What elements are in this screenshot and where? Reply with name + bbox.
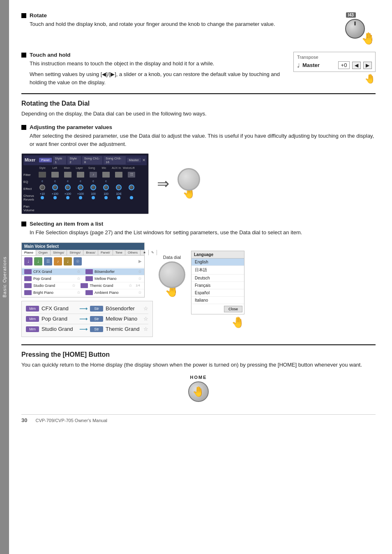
- mixer-ch-voice: WolceLift: [123, 166, 134, 169]
- touch-hold-body1: This instruction means to touch the obje…: [30, 60, 285, 68]
- mixer-ch-aux: AUX In: [111, 166, 122, 169]
- mixer-title-text: Mixer: [25, 158, 35, 162]
- touch-hold-image-col: Transpose ♩ Master +0 ◀ ▶ 🤚: [293, 52, 376, 84]
- file-star-8[interactable]: ☆: [138, 290, 142, 295]
- voice-name-cfx: CFX Grand: [42, 305, 77, 312]
- adjusting-body: After selecting the desired parameter, u…: [30, 132, 376, 148]
- mixer-tab-style1[interactable]: Style 1: [53, 156, 67, 164]
- mixer-circle-8: [129, 185, 134, 190]
- mixer-c8: [126, 180, 137, 182]
- file-tab-panel[interactable]: Panel/: [98, 250, 113, 255]
- file-tab-organ[interactable]: Organ: [36, 250, 51, 255]
- badge-cfx: [24, 269, 32, 274]
- rotate-image-col: l43 🤚: [334, 12, 376, 45]
- file-tab-others[interactable]: Others: [125, 250, 141, 255]
- mixer-tab-panel[interactable]: Panel: [39, 158, 51, 162]
- file-tab-strings[interactable]: Strings/: [51, 250, 67, 255]
- file-list-row-3[interactable]: Studio Grand ☆ Themic Grand ☆ 1/4: [22, 282, 144, 289]
- mixer-val-5: 100: [88, 192, 99, 195]
- lang-item-deutsch[interactable]: Deutsch: [191, 275, 244, 282]
- touch-hold-with-image: Touch and hold This instruction means to…: [21, 52, 376, 87]
- lang-group: Language English 日本語 Deutsch Français Es…: [191, 251, 244, 329]
- pressing-home-desc: You can quickly return to the Home displ…: [21, 361, 376, 369]
- mixer-label-chorus: ChorusReverb: [23, 194, 36, 201]
- page-wrapper: Basic Operations Rotate Touch and hold t…: [0, 0, 392, 554]
- mixer-knob-3: [62, 183, 74, 192]
- lang-item-english[interactable]: English: [191, 259, 244, 266]
- data-dial-big: [178, 168, 200, 191]
- voice-badge-3: Mrn: [26, 326, 39, 332]
- lang-item-japanese[interactable]: 日本語: [191, 266, 244, 275]
- file-list-row-2[interactable]: Pop Grand ☆ Mellow Piano ☆: [22, 275, 144, 282]
- file-icon-6: ☉: [74, 257, 82, 265]
- mixer-tab-style2[interactable]: Style 2: [67, 156, 81, 164]
- file-tab-star[interactable]: ★: [141, 250, 149, 255]
- file-tab-tone[interactable]: Tone: [113, 250, 125, 255]
- file-star-7[interactable]: ☆: [77, 290, 81, 295]
- voice-star-1[interactable]: ☆: [143, 305, 148, 312]
- voice-badge-2: Mrn: [26, 316, 39, 322]
- touch-hold-hand-icon: 🤚: [364, 74, 376, 84]
- rotate-num-badge: l43: [346, 12, 356, 18]
- file-star-6[interactable]: ☆: [129, 283, 132, 288]
- voice-star-3[interactable]: ☆: [143, 326, 148, 332]
- file-tab-brass[interactable]: Brass/: [83, 250, 98, 255]
- sidebar-label: Basic Operations: [2, 256, 7, 298]
- mixer-val-6: 100: [100, 192, 112, 195]
- rotate-bullet: [21, 13, 26, 18]
- dot4: [79, 196, 82, 199]
- mixer-icon-8: ☷: [126, 171, 137, 179]
- mixer-channels: Style Left Main Layer Song Mic AUX In Wo…: [37, 166, 147, 212]
- mixer-knob-7: [113, 183, 125, 192]
- lang-item-francais[interactable]: Français: [191, 282, 244, 289]
- mixer-knob-6: [100, 183, 112, 192]
- mixer-tab-song-ch1[interactable]: Song Ch1-8: [82, 156, 102, 164]
- badge-bright: [24, 290, 32, 295]
- selecting-header: Selecting an item from a list: [21, 221, 376, 227]
- voice-row-1: Mrn CFX Grand ⟶ Str Bösendorfer ☆: [26, 304, 148, 314]
- lang-close-button[interactable]: Close: [224, 306, 242, 312]
- voice-name-pop: Pop Grand: [42, 316, 77, 322]
- file-star-4[interactable]: ☆: [138, 276, 142, 281]
- file-tab-edit[interactable]: ✎: [149, 250, 157, 255]
- file-name-ambient: Ambient Piano: [95, 291, 136, 295]
- file-tab-piano[interactable]: Piano: [22, 250, 36, 255]
- transpose-arrow-right[interactable]: ▶: [363, 62, 372, 69]
- mixer-dot-8: [126, 196, 137, 199]
- lang-item-espanol[interactable]: Español: [191, 289, 244, 297]
- file-star-2[interactable]: ☆: [138, 269, 142, 274]
- mixer-knob-4: [75, 183, 86, 192]
- rotate-hand-icon: 🤚: [361, 32, 376, 45]
- file-select-tabs: Piano Organ Strings/ Strings/ Brass/ Pan…: [22, 250, 144, 256]
- file-tab-strings2[interactable]: Strings/: [67, 250, 83, 255]
- mixer-circle-5: [90, 185, 96, 190]
- rotating-data-dial-title: Rotating the Data Dial: [21, 100, 376, 107]
- file-star-1[interactable]: ☆: [77, 269, 81, 274]
- rotate-with-image: Rotate Touch and hold the display knob, …: [21, 12, 376, 45]
- rotate-body: Touch and hold the display knob, and rot…: [30, 20, 326, 28]
- language-list-mockup: Language English 日本語 Deutsch Français Es…: [191, 251, 244, 314]
- mixer-close-icon[interactable]: ✕: [142, 158, 145, 162]
- mixer-tab-song-ch9[interactable]: Song Ch9-16: [104, 156, 125, 164]
- mixer-circle-7: [116, 185, 122, 190]
- voice-badge-1: Mrn: [26, 306, 39, 312]
- file-star-5[interactable]: ☆: [72, 283, 76, 288]
- file-list-row-4[interactable]: Bright Piano ☆ Ambient Piano ☆: [22, 289, 144, 296]
- file-star-3[interactable]: ☆: [77, 276, 81, 281]
- voice-star-2[interactable]: ☆: [143, 316, 148, 322]
- lang-item-italiano[interactable]: Italiano: [191, 297, 244, 304]
- transpose-title: Transpose: [297, 55, 372, 60]
- voice-arrow-3: ⟶: [79, 326, 88, 332]
- sidebar: Basic Operations: [0, 0, 9, 554]
- mixer-icon-4: [75, 171, 86, 179]
- file-list-row-1[interactable]: CFX Grand ☆ Bösendorfer ☆: [22, 268, 144, 275]
- touch-hold-body2: When setting values by using [◀]/[▶], a …: [30, 70, 285, 87]
- transpose-arrow-left[interactable]: ◀: [352, 62, 361, 69]
- mixer-tab-master[interactable]: Master: [127, 158, 141, 162]
- badge-themic: [81, 283, 88, 288]
- selecting-title: Selecting an item from a list: [30, 221, 103, 227]
- home-hand-icon: 🤚: [192, 386, 205, 397]
- lang-close-row: Close: [191, 304, 244, 314]
- mixer-knob-2: [49, 183, 61, 192]
- pressing-home-title: Pressing the [HOME] Button: [21, 351, 376, 358]
